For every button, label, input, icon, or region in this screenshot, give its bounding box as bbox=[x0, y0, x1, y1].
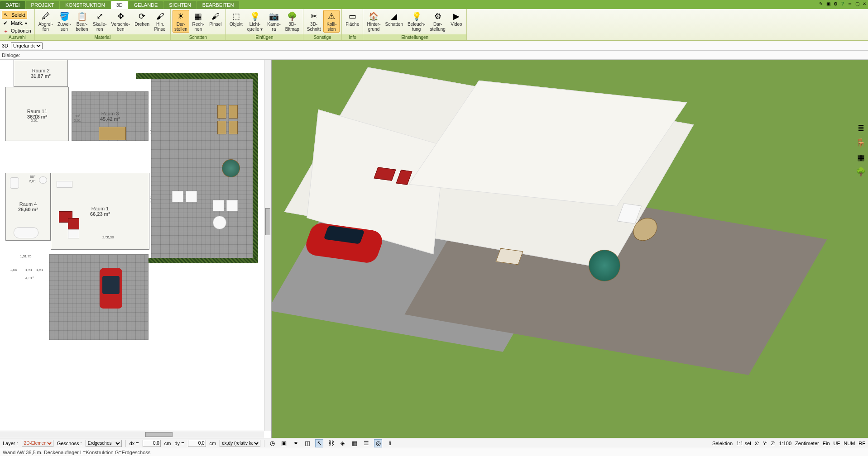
num-label: NUM bbox=[844, 441, 855, 446]
group-label: Material bbox=[35, 34, 170, 40]
dimension-label: 2,01 bbox=[31, 119, 38, 123]
rechnen-button[interactable]: ▦Rech- nen bbox=[190, 10, 206, 33]
tool-layers-icon[interactable]: ◈ bbox=[339, 439, 347, 447]
verschieben-button[interactable]: ✥Verschie- ben bbox=[110, 10, 132, 33]
help-icon[interactable]: ? bbox=[839, 0, 846, 7]
plus-icon: ＋ bbox=[3, 28, 10, 34]
maximize-icon[interactable]: ▢ bbox=[854, 0, 861, 7]
button-label: Hin. Pinsel bbox=[154, 22, 166, 32]
flaeche-button[interactable]: ▭Fläche bbox=[344, 10, 361, 28]
button-label: Rech- nen bbox=[192, 22, 205, 32]
objekt-button[interactable]: ⬚Objekt bbox=[228, 10, 245, 28]
view-3d[interactable] bbox=[272, 60, 868, 438]
scale-label: 1:100 bbox=[779, 441, 792, 446]
tool-icon[interactable]: ▣ bbox=[825, 0, 832, 7]
kollision-button[interactable]: ⚠Kolli- sion bbox=[323, 10, 340, 33]
dx-input[interactable] bbox=[143, 440, 161, 447]
button-label: Video bbox=[451, 22, 462, 27]
abgreifen-button[interactable]: 🖉Abgrei- fen bbox=[37, 10, 55, 33]
dimension-label: 88° bbox=[30, 175, 35, 179]
minimize-icon[interactable]: ━ bbox=[846, 0, 854, 7]
materials-icon[interactable]: ▦ bbox=[855, 152, 866, 163]
kamera-button[interactable]: 📷Kame- ra bbox=[265, 10, 282, 33]
tool-list-icon[interactable]: ☰ bbox=[362, 439, 370, 447]
tab-bearbeiten[interactable]: BEARBEITEN bbox=[197, 1, 240, 9]
tab-datei[interactable]: DATEI bbox=[0, 1, 25, 9]
bearbeiten-button[interactable]: 📋Bear- beiten bbox=[74, 10, 90, 33]
terrain-select[interactable]: Urgelände bbox=[11, 42, 43, 49]
video-icon: ▶ bbox=[451, 11, 462, 22]
tool-target-icon[interactable]: ◎ bbox=[374, 439, 382, 447]
geschoss-label: Geschoss : bbox=[57, 441, 82, 446]
hintergrund-icon: 🏠 bbox=[368, 11, 379, 22]
room-area: 26,60 m² bbox=[18, 207, 38, 212]
room-name: Raum 1 bbox=[90, 206, 110, 211]
button-label: Dar- stellen bbox=[174, 22, 187, 32]
dy-input[interactable] bbox=[188, 440, 206, 447]
tool-chain-icon[interactable]: ⛓ bbox=[327, 439, 335, 447]
drehen-button[interactable]: ⟳Drehen bbox=[133, 10, 151, 28]
tab-sichten[interactable]: SICHTEN bbox=[163, 1, 196, 9]
tool-icon[interactable]: ⚙ bbox=[832, 0, 839, 7]
3d-bitmap-button[interactable]: 🌳3D- Bitmap bbox=[283, 10, 301, 33]
3d-bitmap-icon: 🌳 bbox=[287, 11, 297, 22]
select-button[interactable]: ↖Selekt bbox=[2, 11, 27, 19]
plan-view-2d[interactable]: Raum 231,87 m²Raum 1136,18 m²Raum 345,42… bbox=[0, 60, 272, 438]
layers-icon[interactable]: ≣ bbox=[855, 123, 866, 134]
coord-mode-select[interactable]: dx,dy (relativ ka bbox=[220, 440, 260, 447]
button-label: Drehen bbox=[134, 22, 149, 27]
ein-label: Ein bbox=[823, 441, 830, 446]
3d-schnitt-button[interactable]: ✂3D- Schnitt bbox=[305, 10, 323, 33]
schatten-button[interactable]: ◢Schatten bbox=[383, 10, 404, 28]
tool-monitor-icon[interactable]: ▣ bbox=[280, 439, 288, 447]
cursor-icon: ↖ bbox=[4, 12, 10, 18]
hin-pinsel-icon: 🖌 bbox=[155, 11, 166, 22]
skalieren-button[interactable]: ⤢Skalie- ren bbox=[91, 10, 109, 33]
units-label: Zentimeter bbox=[795, 441, 819, 446]
tool-clock-icon[interactable]: ◷ bbox=[268, 439, 276, 447]
x-label: X: bbox=[755, 441, 759, 446]
ribbon: ↖Selekt ✔Mark. ▾ ＋Optionen Auswahl 🖉Abgr… bbox=[0, 9, 868, 41]
group-label: Info bbox=[342, 34, 363, 40]
mark-icon: ✔ bbox=[3, 20, 10, 26]
tool-grid-icon[interactable]: ▦ bbox=[350, 439, 359, 447]
hin-pinsel-button[interactable]: 🖌Hin. Pinsel bbox=[152, 10, 168, 33]
button-label: Hinter- grund bbox=[367, 22, 380, 32]
tool-arrow-icon[interactable]: ↖ bbox=[315, 439, 323, 447]
dialoge-bar: Dialoge: bbox=[0, 51, 868, 60]
tab-konstruktion[interactable]: KONSTRUKTION bbox=[60, 1, 110, 9]
scrollbar-horizontal[interactable] bbox=[0, 431, 264, 438]
tool-info-icon[interactable]: ℹ bbox=[386, 439, 394, 447]
tool-snap-icon[interactable]: ◫ bbox=[303, 439, 312, 447]
scrollbar-vertical[interactable] bbox=[264, 60, 271, 431]
video-button[interactable]: ▶Video bbox=[448, 10, 465, 28]
room-name: Raum 4 bbox=[18, 201, 38, 207]
tool-link-icon[interactable]: ⚭ bbox=[292, 439, 300, 447]
geschoss-select[interactable]: Erdgeschos bbox=[86, 440, 122, 447]
lichtquelle-button[interactable]: 💡Licht- quelle ▾ bbox=[245, 10, 264, 33]
tool-icon[interactable]: ✎ bbox=[817, 0, 825, 7]
zuweisen-button[interactable]: 🪣Zuwei- sen bbox=[56, 10, 73, 33]
options-button[interactable]: ＋Optionen bbox=[2, 27, 33, 34]
tab-gelaende[interactable]: GELÄNDE bbox=[129, 1, 163, 9]
verschieben-icon: ✥ bbox=[115, 11, 126, 22]
close-icon[interactable]: ✕ bbox=[861, 0, 868, 7]
darstellen-button[interactable]: ☀Dar- stellen bbox=[173, 10, 189, 33]
tab-projekt[interactable]: PROJEKT bbox=[26, 1, 60, 9]
button-label: Kame- ra bbox=[267, 22, 280, 32]
layer-select[interactable]: 2D-Elemen bbox=[22, 440, 53, 447]
room[interactable]: Raum 231,87 m² bbox=[14, 60, 68, 87]
darstellung-button[interactable]: ⚙Dar- stellung bbox=[428, 10, 447, 33]
button-label: Bear- beiten bbox=[76, 22, 88, 32]
beleuchtung-button[interactable]: 💡Beleuch- tung bbox=[406, 10, 427, 33]
hintergrund-button[interactable]: 🏠Hinter- grund bbox=[365, 10, 382, 33]
lichtquelle-icon: 💡 bbox=[249, 11, 260, 22]
mark-button[interactable]: ✔Mark. ▾ bbox=[2, 19, 29, 27]
furniture-icon[interactable]: 🪑 bbox=[855, 138, 866, 148]
plants-icon[interactable]: 🌳 bbox=[855, 166, 866, 177]
pinsel-button[interactable]: 🖌Pinsel bbox=[207, 10, 224, 28]
button-label: Zuwei- sen bbox=[58, 22, 71, 32]
button-label: Verschie- ben bbox=[111, 22, 130, 32]
dimension-label: 88° bbox=[75, 114, 80, 118]
tab-3d[interactable]: 3D bbox=[111, 1, 128, 9]
